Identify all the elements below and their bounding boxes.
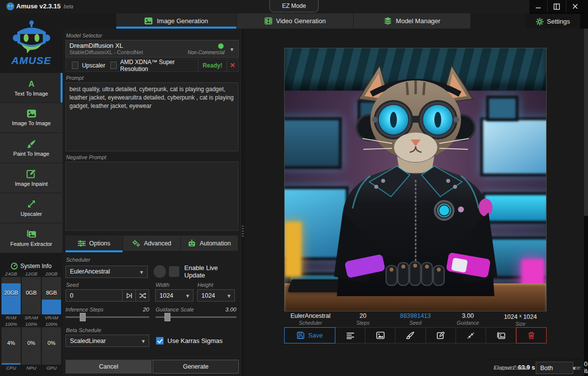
sidebar-item-text-to-image[interactable]: A Text To Image: [0, 73, 63, 103]
height-value: 1024: [201, 292, 215, 299]
npu-gauge: 0%: [22, 327, 41, 365]
gauge-label: SRAM: [22, 314, 41, 321]
tab-settings[interactable]: Settings: [525, 14, 580, 29]
xdna-checkbox[interactable]: [110, 62, 117, 69]
output-image[interactable]: [284, 48, 547, 311]
amuse-logo: AMUSE: [0, 13, 63, 73]
karras-sigmas-checkbox[interactable]: [156, 337, 163, 344]
save-button[interactable]: Save: [284, 327, 335, 343]
guidance-slider[interactable]: [156, 312, 236, 321]
gauge-label: CPU: [1, 365, 21, 371]
film-icon: [264, 17, 272, 25]
meta-size-value: 1024 x 1024: [494, 312, 547, 321]
upscale-button[interactable]: [456, 327, 486, 343]
minimize-button[interactable]: [529, 0, 547, 13]
tab-advanced[interactable]: Advanced: [123, 236, 181, 251]
guidance-label: Guidance Scale: [156, 307, 194, 312]
sidebar-item-upscaler[interactable]: Upscaler: [0, 193, 63, 223]
image-icon: [144, 17, 153, 25]
gauge-label: RAM: [1, 314, 21, 321]
unload-model-button[interactable]: ✕: [227, 59, 238, 71]
meta-guidance-label: Guidance: [442, 320, 494, 326]
sliders-icon: [78, 240, 86, 247]
maximize-button[interactable]: [547, 0, 565, 13]
sidebar-item-feature-extractor[interactable]: Feature Extractor: [0, 223, 63, 253]
sidebar-item-paint-to-image[interactable]: Paint To Image: [0, 133, 63, 163]
tab-image-generation-label: Image Generation: [157, 17, 208, 25]
system-info-panel: System Info 24GB 20GB RAM 12GB 0GB SRAM …: [0, 262, 63, 376]
stacked-images-icon: [26, 230, 36, 239]
sidebar-item-label: Feature Extractor: [10, 241, 52, 247]
feature-extract-button[interactable]: [486, 327, 516, 343]
steps-slider[interactable]: [65, 312, 149, 321]
performance-value: 0.3 it/s: [584, 361, 588, 375]
title-bar: Amuse v2.3.15 beta EZ Mode: [0, 0, 588, 13]
meta-seed-value[interactable]: 883981413: [389, 312, 442, 320]
tab-options[interactable]: Options: [65, 236, 123, 251]
main-tab-bar: Image Generation Video Generation Model …: [116, 13, 471, 29]
sram-gauge: 0GB: [22, 277, 41, 314]
sidebar-item-label: Image Inpaint: [15, 181, 48, 187]
width-value: 1024: [160, 292, 173, 299]
image-metadata-row: EulerAncestralScheduler 20Steps 88398141…: [284, 312, 547, 326]
trash-icon: [528, 332, 535, 339]
model-name: DreamDiffusion XL: [69, 42, 226, 49]
steps-label: Inference Steps: [65, 307, 103, 312]
paintbrush-icon: [27, 139, 36, 148]
model-status-dot: [218, 43, 224, 49]
meta-seed-label: Seed: [389, 320, 442, 326]
seed-shuffle-button[interactable]: [135, 290, 149, 301]
panel-splitter[interactable]: [240, 29, 245, 376]
live-update-toggle[interactable]: [154, 265, 166, 278]
karras-sigmas-label: Use Karras Sigmas: [167, 337, 223, 344]
xdna-checkbox-label: AMD XDNA™ Super Resolution: [120, 59, 193, 72]
gauge-max: 20GB: [42, 271, 61, 277]
width-select[interactable]: 1024 ▼: [155, 289, 194, 302]
meta-size-label: Size: [494, 321, 547, 327]
sidebar-item-image-to-image[interactable]: Image To Image: [0, 103, 63, 133]
gauge-max: 12GB: [22, 271, 41, 277]
prompt-input[interactable]: best quality, ultra detailed, cyberpunk,…: [65, 82, 238, 151]
ez-mode-button[interactable]: EZ Mode: [269, 0, 319, 12]
tab-image-generation[interactable]: Image Generation: [116, 13, 237, 29]
live-update-checkbox[interactable]: [169, 266, 179, 277]
robot-logo-icon: [12, 20, 51, 54]
seed-input[interactable]: [66, 290, 122, 301]
metadata-button[interactable]: [335, 327, 365, 343]
stacked-images-icon: [496, 332, 505, 339]
inpaint-button[interactable]: [426, 327, 456, 343]
save-button-label: Save: [308, 332, 323, 339]
tab-video-generation[interactable]: Video Generation: [237, 13, 354, 29]
tab-automation[interactable]: Automation: [181, 236, 238, 251]
beta-schedule-select[interactable]: ScaledLinear ▼: [65, 335, 149, 347]
sidebar-item-image-inpaint[interactable]: Image Inpaint: [0, 163, 63, 193]
generate-button[interactable]: Generate: [153, 360, 239, 374]
resize-arrows-icon: [467, 332, 475, 340]
prompt-label: Prompt: [66, 75, 239, 81]
ready-status[interactable]: Ready!: [198, 59, 226, 71]
paint-to-image-button[interactable]: [395, 327, 425, 343]
app-beta-label: beta: [64, 4, 73, 9]
upscaler-checkbox-label: Upscaler: [82, 62, 105, 69]
right-scrollbar-thumb[interactable]: [584, 29, 588, 216]
seed-step-button[interactable]: [122, 290, 135, 301]
sidebar-item-label: Paint To Image: [13, 151, 49, 157]
output-zoom-value: Both: [540, 365, 553, 372]
cancel-button[interactable]: Cancel: [65, 360, 152, 374]
live-update-label: Enable Live Update: [184, 264, 239, 279]
image-to-image-button[interactable]: [365, 327, 395, 343]
delete-button[interactable]: [516, 327, 547, 343]
height-select[interactable]: 1024 ▼: [197, 289, 235, 302]
negative-prompt-input[interactable]: [65, 162, 238, 231]
model-selector[interactable]: DreamDiffusion XL StableDiffusionXL - Co…: [65, 40, 239, 58]
chevron-down-icon: ▼: [141, 339, 146, 344]
output-zoom-select[interactable]: Both ▼: [536, 362, 573, 374]
meta-steps-value: 20: [337, 312, 390, 320]
app-title: Amuse v2.3.15: [16, 2, 61, 10]
tab-model-manager[interactable]: Model Manager: [354, 13, 471, 29]
scheduler-select[interactable]: EulerAncestral ▼: [65, 266, 148, 278]
model-selector-label: Model Selector: [66, 33, 239, 38]
upscaler-checkbox[interactable]: [72, 62, 78, 69]
seed-group: [65, 289, 149, 302]
close-button[interactable]: [566, 0, 584, 13]
